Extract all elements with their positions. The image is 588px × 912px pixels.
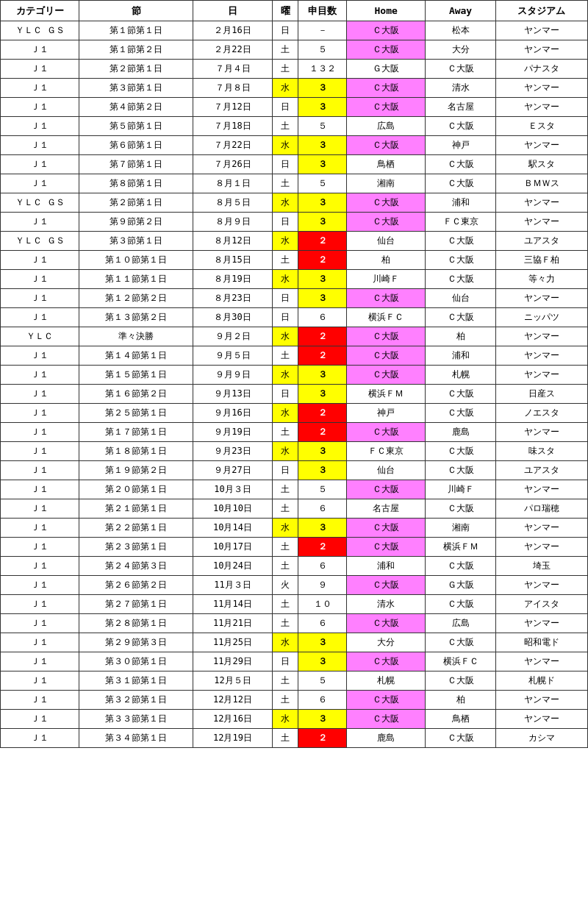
cell-stadium: パナスタ xyxy=(495,60,587,79)
cell-stadium: ヤンマー xyxy=(495,213,587,232)
cell-section: 第１９節第２日 xyxy=(79,461,193,480)
table-row: Ｊ１第２９節第３日11月25日水３大分Ｃ大阪昭和電ド xyxy=(1,633,588,652)
cell-away: 仙台 xyxy=(426,289,495,308)
cell-day: 土 xyxy=(272,729,298,748)
cell-stadium: 味スタ xyxy=(495,442,587,461)
cell-away: 鳥栖 xyxy=(426,710,495,729)
cell-section: 第３３節第１日 xyxy=(79,710,193,729)
table-row: Ｊ１第２節第１日７月４日土１３２Ｇ大阪Ｃ大阪パナスタ xyxy=(1,60,588,79)
cell-category: Ｊ１ xyxy=(1,251,79,270)
header-0: カテゴリー xyxy=(1,1,79,21)
cell-date: ８月23日 xyxy=(193,289,272,308)
cell-home: Ｃ大阪 xyxy=(347,40,426,60)
cell-home: Ｃ大阪 xyxy=(347,136,426,155)
cell-category: Ｊ１ xyxy=(1,79,79,98)
cell-date: 10月14日 xyxy=(193,519,272,538)
cell-day: 水 xyxy=(272,442,298,461)
cell-count: ５ xyxy=(298,40,347,60)
cell-home: 柏 xyxy=(347,251,426,270)
cell-day: 日 xyxy=(272,213,298,232)
cell-stadium: 昭和電ド xyxy=(495,633,587,652)
cell-stadium: ヤンマー xyxy=(495,346,587,366)
cell-date: ２月22日 xyxy=(193,40,272,60)
cell-stadium: ヤンマー xyxy=(495,79,587,98)
cell-date: 11月14日 xyxy=(193,595,272,614)
cell-section: 第１８節第１日 xyxy=(79,442,193,461)
cell-date: ９月16日 xyxy=(193,404,272,423)
cell-category: Ｊ１ xyxy=(1,346,79,366)
cell-away: 湘南 xyxy=(426,519,495,538)
cell-stadium: 日産ス xyxy=(495,385,587,404)
cell-category: Ｊ１ xyxy=(1,461,79,480)
cell-day: 土 xyxy=(272,251,298,270)
table-row: Ｊ１第３３節第１日12月16日水３Ｃ大阪鳥栖ヤンマー xyxy=(1,710,588,729)
cell-home: 広島 xyxy=(347,117,426,136)
cell-away: Ｃ大阪 xyxy=(426,499,495,519)
cell-category: Ｊ１ xyxy=(1,691,79,710)
cell-count: １３２ xyxy=(298,60,347,79)
cell-category: Ｊ１ xyxy=(1,499,79,519)
cell-home: Ｃ大阪 xyxy=(347,213,426,232)
cell-stadium: ニッパツ xyxy=(495,308,587,327)
cell-section: 第１節第２日 xyxy=(79,40,193,60)
cell-stadium: ヤンマー xyxy=(495,576,587,595)
header-7: スタジアム xyxy=(495,1,587,21)
cell-category: ＹＬＣ xyxy=(1,327,79,346)
cell-count: － xyxy=(298,21,347,40)
table-row: Ｊ１第２４節第３日10月24日土６浦和Ｃ大阪埼玉 xyxy=(1,557,588,576)
cell-date: ８月19日 xyxy=(193,270,272,289)
cell-date: ８月15日 xyxy=(193,251,272,270)
cell-category: Ｊ１ xyxy=(1,155,79,174)
cell-stadium: ユアスタ xyxy=(495,461,587,480)
cell-count: ３ xyxy=(298,633,347,652)
cell-section: 第６節第１日 xyxy=(79,136,193,155)
cell-home: 鳥栖 xyxy=(347,155,426,174)
cell-date: 11月25日 xyxy=(193,633,272,652)
cell-section: 第４節第２日 xyxy=(79,98,193,117)
cell-stadium: カシマ xyxy=(495,729,587,748)
cell-date: ８月９日 xyxy=(193,213,272,232)
cell-day: 水 xyxy=(272,79,298,98)
cell-category: Ｊ１ xyxy=(1,652,79,671)
table-row: Ｊ１第９節第２日８月９日日３Ｃ大阪ＦＣ東京ヤンマー xyxy=(1,213,588,232)
cell-category: Ｊ１ xyxy=(1,40,79,60)
table-row: Ｊ１第１９節第２日９月27日日３仙台Ｃ大阪ユアスタ xyxy=(1,461,588,480)
cell-away: 神戸 xyxy=(426,136,495,155)
cell-day: 日 xyxy=(272,21,298,40)
cell-date: ９月５日 xyxy=(193,346,272,366)
cell-category: Ｊ１ xyxy=(1,729,79,748)
cell-count: ２ xyxy=(298,423,347,442)
cell-date: ８月１日 xyxy=(193,174,272,193)
cell-section: 第３０節第１日 xyxy=(79,652,193,671)
table-row: Ｊ１第１７節第１日９月19日土２Ｃ大阪鹿島ヤンマー xyxy=(1,423,588,442)
cell-section: 第１６節第２日 xyxy=(79,385,193,404)
cell-away: Ｃ大阪 xyxy=(426,232,495,251)
cell-away: Ｃ大阪 xyxy=(426,270,495,289)
cell-home: Ｃ大阪 xyxy=(347,691,426,710)
cell-date: ８月12日 xyxy=(193,232,272,251)
cell-category: Ｊ１ xyxy=(1,576,79,595)
cell-category: Ｊ１ xyxy=(1,308,79,327)
cell-stadium: ヤンマー xyxy=(495,40,587,60)
cell-stadium: 等々力 xyxy=(495,270,587,289)
cell-home: Ｃ大阪 xyxy=(347,21,426,40)
cell-away: 広島 xyxy=(426,614,495,633)
cell-stadium: ヤンマー xyxy=(495,136,587,155)
cell-section: 第２４節第３日 xyxy=(79,557,193,576)
cell-home: 浦和 xyxy=(347,557,426,576)
cell-home: Ｃ大阪 xyxy=(347,193,426,213)
cell-day: 土 xyxy=(272,538,298,557)
cell-category: Ｊ１ xyxy=(1,442,79,461)
cell-section: 第３２節第１日 xyxy=(79,691,193,710)
cell-date: 11月21日 xyxy=(193,614,272,633)
cell-away: Ｃ大阪 xyxy=(426,308,495,327)
cell-category: Ｊ１ xyxy=(1,117,79,136)
cell-home: Ｃ大阪 xyxy=(347,480,426,499)
cell-date: ９月９日 xyxy=(193,366,272,385)
cell-away: Ｃ大阪 xyxy=(426,442,495,461)
cell-home: 名古屋 xyxy=(347,499,426,519)
cell-away: 浦和 xyxy=(426,346,495,366)
cell-category: Ｊ１ xyxy=(1,60,79,79)
cell-category: Ｊ１ xyxy=(1,557,79,576)
cell-stadium: ヤンマー xyxy=(495,98,587,117)
